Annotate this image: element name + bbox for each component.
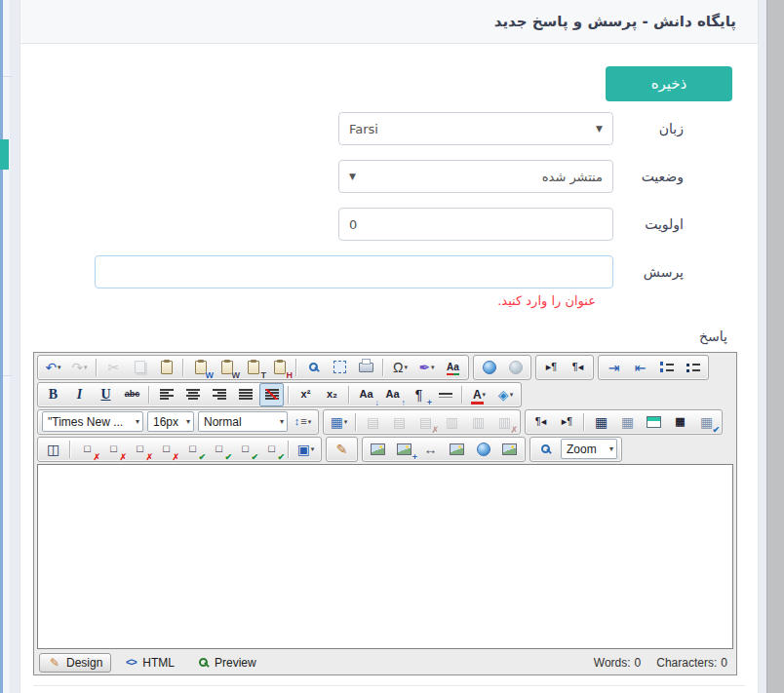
cell-properties-button[interactable]: ▦ bbox=[668, 410, 692, 434]
format-stripper-button[interactable]: ✒▾ bbox=[414, 356, 439, 379]
align-right-button[interactable] bbox=[207, 383, 231, 406]
horizontal-rule-button[interactable] bbox=[433, 383, 457, 406]
toolbar-separator bbox=[69, 441, 71, 458]
paragraph-style-select[interactable]: Normal ▾ bbox=[198, 411, 288, 432]
line-spacing-button[interactable]: ↕▾ bbox=[291, 410, 315, 434]
zoom-group: Zoom ▾ bbox=[529, 437, 622, 462]
paste-button[interactable] bbox=[154, 356, 178, 379]
cut-button[interactable]: ✂ bbox=[101, 356, 126, 379]
print-button[interactable] bbox=[354, 356, 378, 379]
accept-changes-document-button[interactable]: □✔ bbox=[233, 438, 257, 461]
reject-changes-selection-button[interactable]: □✗ bbox=[101, 438, 126, 461]
numbered-list-button[interactable] bbox=[654, 356, 679, 379]
paste-as-html-button[interactable]: H bbox=[267, 356, 292, 379]
paste-plain-text-button[interactable]: T bbox=[241, 356, 265, 379]
tab-html[interactable]: <> HTML bbox=[115, 653, 183, 673]
table-wizard-button[interactable]: ▦✔ bbox=[694, 410, 719, 434]
flash-manager-button[interactable] bbox=[471, 438, 495, 461]
insert-snippet-button[interactable]: ▣▾ bbox=[294, 438, 318, 461]
image-map-editor-button[interactable]: + bbox=[392, 438, 416, 461]
reject-all-changes-button[interactable]: □✗ bbox=[154, 438, 178, 461]
insert-row-below-button[interactable]: ▤ bbox=[387, 410, 412, 434]
justify-button[interactable] bbox=[233, 383, 257, 406]
editor-content-area[interactable] bbox=[37, 464, 733, 649]
indent-button[interactable]: ⇥ bbox=[602, 356, 626, 379]
accept-change-button[interactable]: □✔ bbox=[180, 438, 205, 461]
font-color-button[interactable]: A▾ bbox=[467, 383, 491, 406]
font-size-value: 16px bbox=[153, 415, 178, 429]
question-input[interactable] bbox=[95, 255, 613, 289]
toggle-screen-mode-button[interactable]: ◫ bbox=[41, 438, 65, 461]
superscript-button[interactable]: x² bbox=[294, 383, 318, 406]
select-all-button[interactable] bbox=[328, 356, 352, 379]
highlight-color-button[interactable]: ◈▾ bbox=[493, 383, 518, 406]
edit-document-button[interactable]: ✎ bbox=[330, 438, 354, 461]
chevron-down-icon: ▼ bbox=[349, 172, 356, 181]
tab-design[interactable]: ✎ Design bbox=[39, 653, 111, 673]
zoom-select[interactable]: Zoom ▾ bbox=[561, 439, 617, 459]
insert-hyperlink-button[interactable] bbox=[477, 356, 501, 379]
toggle-table-borders-button[interactable]: ▦ bbox=[589, 410, 613, 434]
tab-design-label: Design bbox=[66, 656, 102, 670]
undo-button[interactable]: ↶▾ bbox=[41, 356, 65, 379]
accept-all-changes-button[interactable]: □✔ bbox=[259, 438, 284, 461]
status-label: وضعیت bbox=[642, 160, 684, 193]
insert-symbol-button[interactable]: Ω▾ bbox=[388, 356, 412, 379]
left-to-right-button[interactable]: ▸¶ bbox=[539, 356, 564, 379]
align-left-button[interactable] bbox=[154, 383, 178, 406]
image-editor-button[interactable] bbox=[445, 438, 469, 461]
bottom-divider bbox=[33, 685, 745, 686]
show-gridlines-button[interactable]: ▦ bbox=[615, 410, 640, 434]
media-manager-button[interactable] bbox=[497, 438, 522, 461]
new-paragraph-button[interactable]: ¶+ bbox=[407, 383, 431, 406]
spell-check-button[interactable]: Aa bbox=[441, 356, 465, 379]
right-to-left-button[interactable]: ¶◂ bbox=[566, 356, 590, 379]
left-edge-divider bbox=[3, 375, 13, 376]
font-name-select[interactable]: "Times New ... ▾ bbox=[42, 411, 143, 432]
to-uppercase-button[interactable]: Aa↑ bbox=[380, 383, 405, 406]
insert-column-left-button[interactable]: ▥ bbox=[440, 410, 464, 434]
absolute-position-button[interactable]: ↔ bbox=[418, 438, 443, 461]
tab-preview[interactable]: Preview bbox=[187, 653, 265, 673]
redo-button[interactable]: ↷▾ bbox=[67, 356, 92, 379]
insert-column-right-button[interactable]: ▥ bbox=[466, 410, 490, 434]
italic-button[interactable]: I bbox=[67, 383, 92, 406]
language-select[interactable]: Farsi ▼ bbox=[338, 112, 613, 145]
bold-button[interactable]: B bbox=[41, 383, 65, 406]
toolbar-separator bbox=[355, 413, 357, 431]
bullet-list-button[interactable] bbox=[681, 356, 705, 379]
font-size-select[interactable]: 16px ▾ bbox=[147, 411, 194, 432]
insert-row-above-button[interactable]: ▤ bbox=[361, 410, 385, 434]
paragraph-ltr-button[interactable]: ▸¶ bbox=[555, 410, 579, 434]
reject-change-button[interactable]: □✗ bbox=[75, 438, 99, 461]
status-select[interactable]: منتشر شده ▼ bbox=[338, 160, 613, 193]
paragraph-rtl-button[interactable]: ¶◂ bbox=[529, 410, 553, 434]
image-manager-button[interactable] bbox=[366, 438, 390, 461]
remove-hyperlink-button[interactable] bbox=[503, 356, 528, 379]
paste-from-word-strip-font-button[interactable]: W bbox=[215, 356, 239, 379]
chevron-down-icon: ▾ bbox=[186, 417, 190, 426]
subscript-button[interactable]: x₂ bbox=[320, 383, 344, 406]
insert-table-button[interactable]: ▦▾ bbox=[327, 410, 351, 434]
remove-alignment-button[interactable] bbox=[259, 383, 284, 406]
reject-changes-document-button[interactable]: □✗ bbox=[128, 438, 152, 461]
table-header-style-button[interactable] bbox=[642, 410, 666, 434]
save-button[interactable]: ذخیره bbox=[606, 66, 732, 101]
to-lowercase-button[interactable]: Aa↓ bbox=[354, 383, 378, 406]
paste-from-word-button[interactable]: W bbox=[188, 356, 213, 379]
clipboard-group: ↶▾ ↷▾ ✂ W W T H Ω▾ ✒▾ bbox=[37, 355, 469, 380]
vertical-scrollbar[interactable] bbox=[766, 0, 784, 693]
align-center-button[interactable] bbox=[180, 383, 205, 406]
underline-button[interactable]: U bbox=[94, 383, 118, 406]
copy-button[interactable] bbox=[128, 356, 152, 379]
toolbar-separator bbox=[461, 386, 463, 404]
delete-column-button[interactable]: ▥✗ bbox=[492, 410, 517, 434]
tab-preview-label: Preview bbox=[215, 656, 256, 670]
strikethrough-button[interactable]: abc bbox=[120, 383, 144, 406]
accept-changes-selection-button[interactable]: □✔ bbox=[207, 438, 231, 461]
find-replace-button[interactable] bbox=[301, 356, 326, 379]
language-select-value: Farsi bbox=[349, 122, 378, 136]
priority-input[interactable] bbox=[338, 208, 613, 241]
delete-row-button[interactable]: ▤✗ bbox=[413, 410, 438, 434]
outdent-button[interactable]: ⇤ bbox=[628, 356, 652, 379]
